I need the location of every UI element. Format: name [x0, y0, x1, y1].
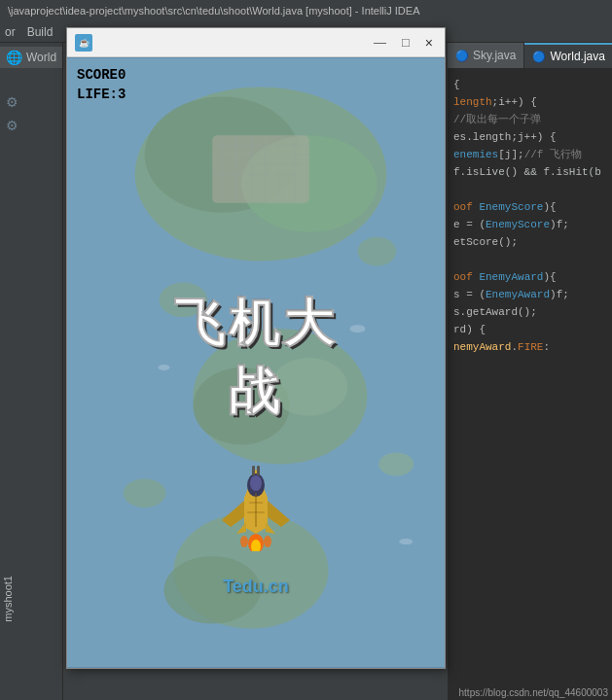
sidebar-item-label: World [26, 51, 56, 64]
code-line-4: enemies[j];//f 飞行物 [453, 146, 606, 163]
code-line-3: es.length;j++) { [453, 128, 606, 146]
watermark-text: Tedu.cn [223, 577, 289, 596]
code-line-5: f.isLive() && f.isHit(b [453, 163, 606, 181]
score-display: SCORE0 [77, 65, 126, 85]
titlebar-text: \javaproject\idea-project\myshoot\src\cn… [8, 5, 419, 17]
code-line-1: length;i++) { [453, 93, 606, 111]
bottom-url: https://blog.csdn.net/qq_44600003 [459, 687, 608, 698]
tab-world-label: World.java [550, 50, 604, 63]
plane-sprite [217, 464, 295, 551]
maximize-button[interactable]: □ [398, 35, 414, 50]
window-controls: — □ × [370, 35, 437, 51]
code-line-11: oof EnemyAward){ [453, 268, 606, 286]
tab-world-icon: 🔵 [532, 51, 546, 63]
tab-sky-label: Sky.java [473, 49, 516, 62]
gear-icon-2: ⚙ [6, 118, 18, 133]
code-line-15: nemyAward.FIRE: [453, 338, 606, 356]
menu-item-build[interactable]: Build [27, 25, 54, 39]
svg-point-31 [264, 536, 271, 547]
life-label: LIFE: [77, 87, 118, 102]
game-title-overlay: 飞机大战 [162, 290, 350, 426]
world-icon: 🌐 [6, 50, 22, 65]
code-line-6 [453, 181, 606, 198]
code-line-0: { [453, 76, 606, 93]
game-titlebar: ☕ — □ × [67, 28, 445, 57]
score-label: SCORE [77, 67, 118, 83]
sidebar-item-tool1[interactable]: ⚙ [0, 91, 62, 113]
game-chinese-title: 飞机大战 [162, 290, 350, 426]
svg-point-34 [250, 475, 262, 491]
code-line-8: e = (EnemyScore)f; [453, 216, 606, 233]
idea-tabs: 🔵 Sky.java 🔵 World.java × [448, 43, 612, 68]
menu-item-or[interactable]: or [5, 25, 16, 39]
code-line-14: rd) { [453, 321, 606, 338]
life-value: 3 [118, 87, 126, 102]
code-line-7: oof EnemyScore){ [453, 198, 606, 216]
game-window-icon: ☕ [75, 34, 92, 52]
code-line-2: //取出每一个子弹 [453, 111, 606, 128]
project-label: myshoot1 [2, 576, 14, 622]
tab-sky-java[interactable]: 🔵 Sky.java [448, 43, 524, 68]
svg-marker-36 [268, 501, 290, 527]
game-window: ☕ — □ × [66, 27, 446, 669]
svg-rect-42 [252, 466, 255, 475]
game-content: SCORE0 LIFE:3 飞机大战 [67, 57, 445, 668]
game-hud: SCORE0 LIFE:3 [77, 65, 126, 104]
svg-rect-43 [257, 466, 260, 475]
close-button[interactable]: × [421, 35, 437, 51]
svg-marker-35 [222, 501, 244, 527]
code-line-9: etScore(); [453, 233, 606, 251]
life-display: LIFE:3 [77, 85, 126, 104]
game-plane [217, 464, 295, 551]
sidebar-item-tool2[interactable]: ⚙ [0, 115, 62, 136]
game-watermark: Tedu.cn [223, 577, 289, 600]
sidebar-item-world[interactable]: 🌐 World [0, 47, 62, 68]
code-line-13: s.getAward(); [453, 303, 606, 321]
svg-point-30 [240, 536, 248, 547]
idea-code-area: { length;i++) { //取出每一个子弹 es.length;j++)… [448, 68, 612, 700]
gear-icon-1: ⚙ [6, 94, 18, 110]
code-line-10 [453, 251, 606, 268]
tab-world-java[interactable]: 🔵 World.java × [524, 43, 612, 68]
minimize-button[interactable]: — [370, 35, 390, 50]
score-value: 0 [118, 67, 126, 83]
idea-titlebar: \javaproject\idea-project\myshoot\src\cn… [0, 0, 612, 21]
code-line-12: s = (EnemyAward)f; [453, 286, 606, 303]
tab-sky-icon: 🔵 [455, 50, 469, 62]
